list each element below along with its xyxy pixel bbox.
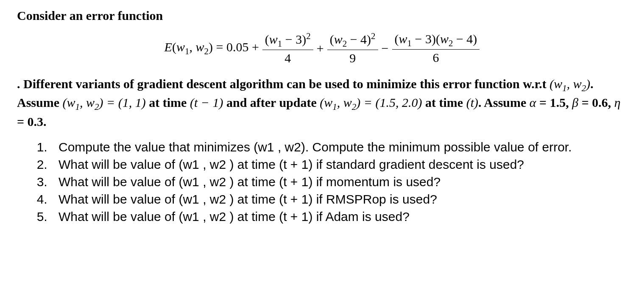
question-list: Compute the value that minimizes (w1 , w… xyxy=(17,139,627,225)
list-item: Compute the value that minimizes (w1 , w… xyxy=(51,139,627,155)
list-item: What will be value of (w1 , w2 ) at time… xyxy=(51,191,627,207)
heading-text: Consider an error function xyxy=(17,8,627,23)
list-item: What will be value of (w1 , w2 ) at time… xyxy=(51,173,627,190)
fraction-term-2: (w2 − 4)2 9 xyxy=(327,31,378,65)
fraction-term-3: (w1 − 3)(w2 − 4) 6 xyxy=(392,32,480,64)
list-item: What will be value of (w1 , w2 ) at time… xyxy=(51,156,627,173)
error-equation: E(w1, w2) = 0.05 + (w1 − 3)2 4 + (w2 − 4… xyxy=(17,31,627,65)
list-item: What will be value of (w1 , w2 ) at time… xyxy=(51,208,627,225)
fraction-term-1: (w1 − 3)2 4 xyxy=(262,31,313,65)
problem-description: . Different variants of gradient descent… xyxy=(17,75,627,130)
